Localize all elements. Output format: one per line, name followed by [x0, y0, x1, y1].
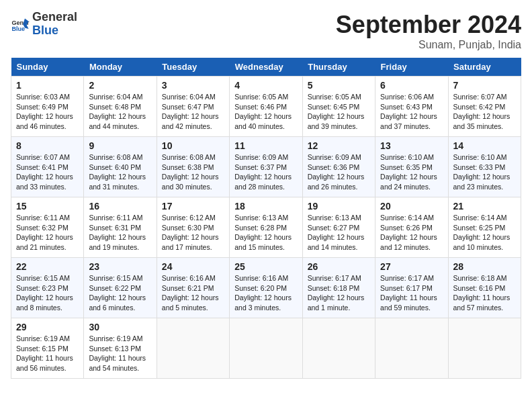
day-cell: 27Sunrise: 6:17 AM Sunset: 6:17 PM Dayli…	[375, 258, 448, 318]
day-info: Sunrise: 6:10 AM Sunset: 6:33 PM Dayligh…	[453, 152, 516, 192]
col-header-wednesday: Wednesday	[230, 58, 302, 77]
day-info: Sunrise: 6:04 AM Sunset: 6:47 PM Dayligh…	[162, 92, 224, 132]
day-number: 22	[16, 261, 79, 272]
day-info: Sunrise: 6:14 AM Sunset: 6:25 PM Dayligh…	[453, 213, 516, 253]
week-row-4: 22Sunrise: 6:15 AM Sunset: 6:23 PM Dayli…	[11, 258, 521, 318]
day-info: Sunrise: 6:12 AM Sunset: 6:30 PM Dayligh…	[162, 213, 224, 253]
day-number: 26	[308, 261, 370, 272]
day-cell	[157, 318, 229, 379]
day-cell: 20Sunrise: 6:14 AM Sunset: 6:26 PM Dayli…	[375, 197, 448, 258]
day-number: 7	[453, 80, 516, 91]
day-number: 11	[234, 140, 297, 151]
week-row-5: 29Sunrise: 6:19 AM Sunset: 6:15 PM Dayli…	[11, 318, 521, 379]
day-number: 13	[380, 140, 443, 151]
day-info: Sunrise: 6:07 AM Sunset: 6:41 PM Dayligh…	[16, 152, 79, 192]
day-cell: 18Sunrise: 6:13 AM Sunset: 6:28 PM Dayli…	[230, 197, 302, 258]
location: Sunam, Punjab, India	[336, 39, 521, 51]
header-row: SundayMondayTuesdayWednesdayThursdayFrid…	[11, 58, 521, 77]
day-info: Sunrise: 6:15 AM Sunset: 6:22 PM Dayligh…	[89, 273, 151, 313]
day-info: Sunrise: 6:08 AM Sunset: 6:38 PM Dayligh…	[162, 152, 224, 192]
day-cell: 22Sunrise: 6:15 AM Sunset: 6:23 PM Dayli…	[11, 258, 84, 318]
day-info: Sunrise: 6:04 AM Sunset: 6:48 PM Dayligh…	[89, 92, 151, 132]
day-number: 19	[308, 201, 370, 212]
day-info: Sunrise: 6:03 AM Sunset: 6:49 PM Dayligh…	[16, 92, 79, 132]
day-cell: 28Sunrise: 6:18 AM Sunset: 6:16 PM Dayli…	[448, 258, 521, 318]
day-info: Sunrise: 6:13 AM Sunset: 6:28 PM Dayligh…	[234, 213, 297, 253]
day-number: 29	[16, 322, 79, 332]
day-cell: 4Sunrise: 6:05 AM Sunset: 6:46 PM Daylig…	[230, 77, 302, 137]
day-cell: 25Sunrise: 6:16 AM Sunset: 6:20 PM Dayli…	[230, 258, 302, 318]
day-cell	[302, 318, 375, 379]
week-row-2: 8Sunrise: 6:07 AM Sunset: 6:41 PM Daylig…	[11, 137, 521, 197]
day-cell: 13Sunrise: 6:10 AM Sunset: 6:35 PM Dayli…	[375, 137, 448, 197]
day-info: Sunrise: 6:07 AM Sunset: 6:42 PM Dayligh…	[453, 92, 516, 132]
day-number: 18	[234, 201, 297, 212]
week-row-3: 15Sunrise: 6:11 AM Sunset: 6:32 PM Dayli…	[11, 197, 521, 258]
day-info: Sunrise: 6:11 AM Sunset: 6:32 PM Dayligh…	[16, 213, 79, 253]
day-number: 8	[16, 140, 79, 151]
day-info: Sunrise: 6:10 AM Sunset: 6:35 PM Dayligh…	[380, 152, 443, 192]
day-cell: 11Sunrise: 6:09 AM Sunset: 6:37 PM Dayli…	[230, 137, 302, 197]
month-title: September 2024	[336, 11, 521, 39]
day-number: 10	[162, 140, 224, 151]
day-number: 16	[89, 201, 151, 212]
day-info: Sunrise: 6:05 AM Sunset: 6:45 PM Dayligh…	[308, 92, 370, 132]
title-block: September 2024 Sunam, Punjab, India	[336, 11, 521, 51]
day-info: Sunrise: 6:16 AM Sunset: 6:20 PM Dayligh…	[234, 273, 297, 313]
col-header-friday: Friday	[375, 58, 448, 77]
logo: General Blue General Blue	[11, 11, 77, 38]
calendar-table: SundayMondayTuesdayWednesdayThursdayFrid…	[11, 58, 521, 379]
day-info: Sunrise: 6:17 AM Sunset: 6:17 PM Dayligh…	[380, 273, 443, 313]
day-cell: 3Sunrise: 6:04 AM Sunset: 6:47 PM Daylig…	[157, 77, 229, 137]
svg-text:Blue: Blue	[11, 26, 25, 32]
day-cell: 24Sunrise: 6:16 AM Sunset: 6:21 PM Dayli…	[157, 258, 229, 318]
day-cell: 6Sunrise: 6:06 AM Sunset: 6:43 PM Daylig…	[375, 77, 448, 137]
day-number: 27	[380, 261, 443, 272]
day-number: 6	[380, 80, 443, 91]
day-cell: 26Sunrise: 6:17 AM Sunset: 6:18 PM Dayli…	[302, 258, 375, 318]
day-cell	[375, 318, 448, 379]
week-row-1: 1Sunrise: 6:03 AM Sunset: 6:49 PM Daylig…	[11, 77, 521, 137]
day-info: Sunrise: 6:13 AM Sunset: 6:27 PM Dayligh…	[308, 213, 370, 253]
day-cell: 8Sunrise: 6:07 AM Sunset: 6:41 PM Daylig…	[11, 137, 84, 197]
day-cell: 12Sunrise: 6:09 AM Sunset: 6:36 PM Dayli…	[302, 137, 375, 197]
day-number: 9	[89, 140, 151, 151]
day-cell: 19Sunrise: 6:13 AM Sunset: 6:27 PM Dayli…	[302, 197, 375, 258]
day-info: Sunrise: 6:16 AM Sunset: 6:21 PM Dayligh…	[162, 273, 224, 313]
day-info: Sunrise: 6:19 AM Sunset: 6:15 PM Dayligh…	[16, 334, 79, 373]
day-info: Sunrise: 6:06 AM Sunset: 6:43 PM Dayligh…	[380, 92, 443, 132]
day-cell: 17Sunrise: 6:12 AM Sunset: 6:30 PM Dayli…	[157, 197, 229, 258]
day-info: Sunrise: 6:14 AM Sunset: 6:26 PM Dayligh…	[380, 213, 443, 253]
logo-icon: General Blue	[11, 15, 30, 34]
day-cell: 1Sunrise: 6:03 AM Sunset: 6:49 PM Daylig…	[11, 77, 84, 137]
day-number: 12	[308, 140, 370, 151]
day-cell: 5Sunrise: 6:05 AM Sunset: 6:45 PM Daylig…	[302, 77, 375, 137]
day-cell: 2Sunrise: 6:04 AM Sunset: 6:48 PM Daylig…	[84, 77, 157, 137]
day-cell: 21Sunrise: 6:14 AM Sunset: 6:25 PM Dayli…	[448, 197, 521, 258]
day-number: 28	[453, 261, 516, 272]
day-number: 4	[234, 80, 297, 91]
day-cell: 15Sunrise: 6:11 AM Sunset: 6:32 PM Dayli…	[11, 197, 84, 258]
day-number: 20	[380, 201, 443, 212]
day-number: 24	[162, 261, 224, 272]
day-cell: 23Sunrise: 6:15 AM Sunset: 6:22 PM Dayli…	[84, 258, 157, 318]
day-cell: 29Sunrise: 6:19 AM Sunset: 6:15 PM Dayli…	[11, 318, 84, 379]
day-cell	[230, 318, 302, 379]
day-number: 15	[16, 201, 79, 212]
col-header-thursday: Thursday	[302, 58, 375, 77]
day-cell: 30Sunrise: 6:19 AM Sunset: 6:13 PM Dayli…	[84, 318, 157, 379]
logo-text: General Blue	[32, 11, 77, 38]
day-number: 23	[89, 261, 151, 272]
day-info: Sunrise: 6:11 AM Sunset: 6:31 PM Dayligh…	[89, 213, 151, 253]
day-number: 14	[453, 140, 516, 151]
col-header-monday: Monday	[84, 58, 157, 77]
day-cell: 7Sunrise: 6:07 AM Sunset: 6:42 PM Daylig…	[448, 77, 521, 137]
day-cell: 14Sunrise: 6:10 AM Sunset: 6:33 PM Dayli…	[448, 137, 521, 197]
day-number: 21	[453, 201, 516, 212]
day-cell: 9Sunrise: 6:08 AM Sunset: 6:40 PM Daylig…	[84, 137, 157, 197]
col-header-sunday: Sunday	[11, 58, 84, 77]
day-number: 30	[89, 322, 151, 332]
page-header: General Blue General Blue September 2024…	[11, 11, 521, 51]
day-cell: 10Sunrise: 6:08 AM Sunset: 6:38 PM Dayli…	[157, 137, 229, 197]
day-number: 3	[162, 80, 224, 91]
